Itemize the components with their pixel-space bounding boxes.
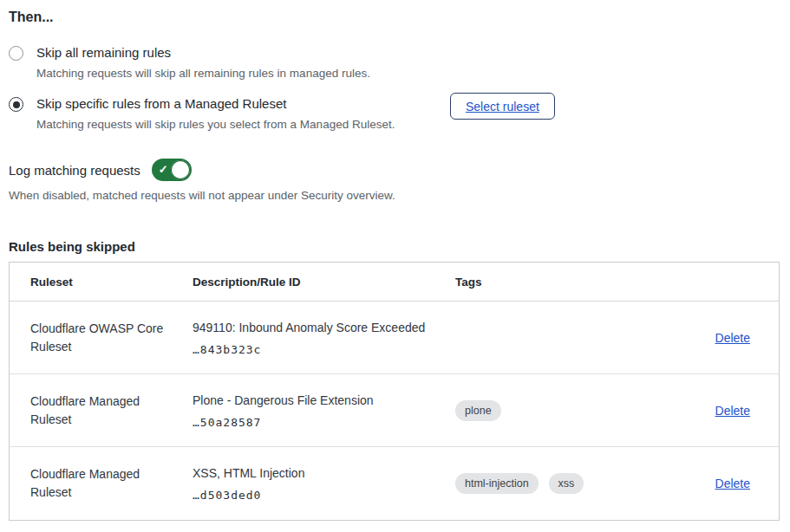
toggle-knob (171, 160, 190, 179)
rule-description: XSS, HTML Injection (193, 465, 455, 481)
table-row: Cloudflare Managed Ruleset XSS, HTML Inj… (10, 447, 779, 520)
option-skip-all-remaining-rules: Skip all remaining rules Matching reques… (9, 44, 780, 81)
rule-description-cell: XSS, HTML Injection …d503ded0 (193, 447, 455, 520)
rule-description: Plone - Dangerous File Extension (193, 393, 455, 408)
option-label[interactable]: Skip all remaining rules (36, 44, 450, 62)
radio-skip-specific[interactable] (9, 97, 23, 112)
column-header-ruleset: Ruleset (10, 263, 193, 302)
actions-cell: Delete (650, 374, 779, 447)
column-header-description-rule-id: Description/Rule ID (193, 263, 455, 302)
option-description: Matching requests will skip rules you se… (36, 117, 450, 132)
rules-being-skipped-heading: Rules being skipped (9, 239, 780, 254)
rule-description-cell: 949110: Inbound Anomaly Score Exceeded …… (193, 302, 455, 374)
column-header-actions (650, 263, 779, 302)
log-matching-requests-label: Log matching requests (9, 163, 140, 178)
table-row: Cloudflare OWASP Core Ruleset 949110: In… (10, 302, 779, 374)
option-label[interactable]: Skip specific rules from a Managed Rules… (36, 95, 450, 113)
option-text: Skip specific rules from a Managed Rules… (36, 95, 450, 132)
tag-pill: xss (549, 473, 584, 494)
log-toggle-description: When disabled, matched requests will not… (9, 189, 780, 202)
ruleset-name: Cloudflare Managed Ruleset (10, 374, 193, 447)
rule-id: …50a28587 (193, 416, 455, 429)
radio-skip-all-remaining[interactable] (9, 46, 23, 61)
action-options: Skip all remaining rules Matching reques… (9, 44, 780, 132)
table-row: Cloudflare Managed Ruleset Plone - Dange… (10, 374, 779, 447)
rule-id: …d503ded0 (193, 489, 455, 502)
rule-id: …843b323c (193, 343, 455, 356)
check-icon: ✓ (159, 162, 168, 178)
ruleset-name: Cloudflare Managed Ruleset (10, 447, 193, 520)
option-description: Matching requests will skip all remainin… (36, 66, 450, 81)
tags-cell: html-injection xss (455, 447, 650, 520)
log-matching-requests-row: Log matching requests ✓ (9, 159, 780, 181)
option-text: Skip all remaining rules Matching reques… (36, 44, 450, 81)
then-heading: Then... (9, 10, 780, 25)
delete-link[interactable]: Delete (715, 404, 750, 418)
select-ruleset-button[interactable]: Select ruleset (450, 93, 555, 120)
waf-rule-action-panel: Then... Skip all remaining rules Matchin… (0, 0, 790, 521)
log-matching-requests-toggle[interactable]: ✓ (152, 159, 192, 181)
tags-cell: plone (455, 374, 650, 447)
ruleset-name: Cloudflare OWASP Core Ruleset (10, 302, 193, 374)
column-header-tags: Tags (455, 263, 650, 302)
actions-cell: Delete (650, 302, 779, 374)
tags-cell (455, 302, 650, 374)
delete-link[interactable]: Delete (715, 477, 750, 490)
actions-cell: Delete (650, 447, 779, 520)
table-header-row: Ruleset Description/Rule ID Tags (10, 263, 779, 302)
rule-description-cell: Plone - Dangerous File Extension …50a285… (193, 374, 455, 447)
tag-pill: plone (455, 400, 501, 421)
rules-table: Ruleset Description/Rule ID Tags Cloudfl… (9, 262, 780, 521)
delete-link[interactable]: Delete (715, 331, 750, 345)
tag-pill: html-injection (455, 473, 539, 494)
option-skip-specific-rules: Skip specific rules from a Managed Rules… (9, 95, 780, 132)
rule-description: 949110: Inbound Anomaly Score Exceeded (193, 320, 455, 335)
